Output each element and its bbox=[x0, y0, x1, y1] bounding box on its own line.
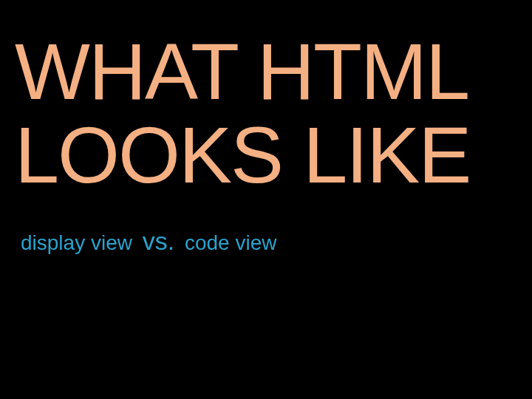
slide-container: WHAT HTML LOOKS LIKE display view vs. co… bbox=[0, 0, 532, 399]
title-line-1: WHAT HTML bbox=[15, 27, 468, 116]
subtitle-left: display view bbox=[21, 231, 132, 254]
subtitle-vs: vs. bbox=[143, 227, 174, 255]
slide-subtitle: display view vs. code view bbox=[21, 227, 517, 256]
title-line-2: LOOKS LIKE bbox=[15, 110, 470, 200]
subtitle-right: code view bbox=[185, 231, 277, 254]
slide-title: WHAT HTML LOOKS LIKE bbox=[15, 30, 517, 197]
